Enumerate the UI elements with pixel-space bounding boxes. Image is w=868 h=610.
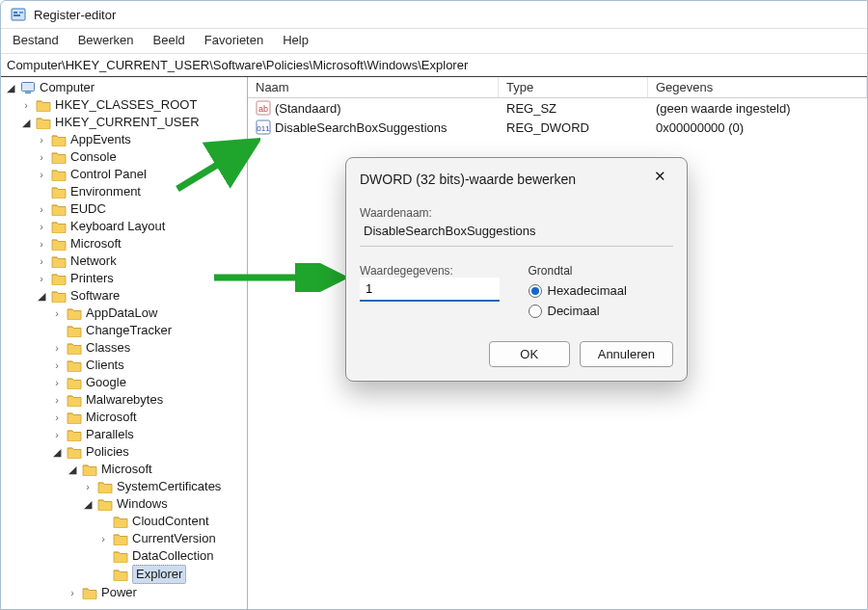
twisty-icon[interactable]: › xyxy=(36,200,47,218)
tree-item[interactable]: ›HKEY_CLASSES_ROOT xyxy=(1,96,247,114)
tree-item[interactable]: ›Microsoft xyxy=(1,235,247,252)
menu-file[interactable]: Bestand xyxy=(13,33,59,47)
menu-edit[interactable]: Bewerken xyxy=(78,33,134,47)
dialog-titlebar[interactable]: DWORD (32 bits)-waarde bewerken ✕ xyxy=(346,158,687,200)
tree-item[interactable]: ›Google xyxy=(1,374,247,391)
regedit-icon xyxy=(11,7,26,22)
twisty-icon[interactable]: › xyxy=(51,305,63,322)
twisty-icon[interactable]: › xyxy=(67,584,78,601)
twisty-icon[interactable]: ◢ xyxy=(67,461,78,478)
twisty-icon[interactable]: ◢ xyxy=(51,443,63,461)
twisty-icon[interactable]: › xyxy=(36,148,47,166)
tree-label: Microsoft xyxy=(70,235,122,252)
twisty-icon[interactable]: › xyxy=(51,426,63,443)
tree-item[interactable]: ›Classes xyxy=(1,339,247,357)
tree-label: Windows xyxy=(117,495,168,513)
tree-label: SystemCertificates xyxy=(117,478,221,495)
twisty-icon[interactable]: › xyxy=(36,218,47,235)
tree-label: Computer xyxy=(40,79,95,96)
address-bar[interactable]: Computer\HKEY_CURRENT_USER\Software\Poli… xyxy=(1,54,867,77)
twisty-icon[interactable]: ◢ xyxy=(20,114,32,131)
twisty-icon[interactable]: › xyxy=(36,166,47,183)
tree-item[interactable]: ›Control Panel xyxy=(1,166,247,183)
tree-item[interactable]: ›Power xyxy=(1,584,247,601)
tree-item[interactable]: ›Console xyxy=(1,148,247,166)
tree-item[interactable]: ◢Software xyxy=(1,287,247,305)
radio-dec-row[interactable]: Decimaal xyxy=(529,304,674,318)
tree-item[interactable]: ›Parallels xyxy=(1,426,247,443)
tree-item[interactable]: ›Microsoft xyxy=(1,409,247,426)
tree-item[interactable]: DataCollection xyxy=(1,547,247,565)
radio-hex[interactable] xyxy=(529,284,542,298)
col-header-name[interactable]: Naam xyxy=(248,77,499,97)
cancel-button[interactable]: Annuleren xyxy=(580,341,673,367)
svg-rect-5 xyxy=(25,93,31,94)
menu-help[interactable]: Help xyxy=(283,33,309,47)
svg-rect-1 xyxy=(14,12,17,13)
col-header-data[interactable]: Gegevens xyxy=(648,77,867,97)
tree-root[interactable]: ◢Computer xyxy=(1,79,247,96)
tree-item[interactable]: Environment xyxy=(1,183,247,200)
tree-label: Control Panel xyxy=(70,166,147,183)
value-name-field: DisableSearchBoxSuggestions xyxy=(360,220,673,247)
tree-view[interactable]: ◢Computer›HKEY_CLASSES_ROOT◢HKEY_CURRENT… xyxy=(1,77,248,609)
twisty-icon[interactable]: › xyxy=(36,131,47,148)
twisty-icon[interactable]: › xyxy=(51,409,63,426)
twisty-icon[interactable]: › xyxy=(51,391,63,409)
tree-label: EUDC xyxy=(70,200,106,218)
twisty-icon[interactable]: › xyxy=(36,270,47,287)
tree-label: Malwarebytes xyxy=(86,391,163,409)
list-body: ab(Standaard)REG_SZ(geen waarde ingestel… xyxy=(248,98,867,137)
twisty-icon[interactable]: ◢ xyxy=(82,495,94,513)
tree-label: CurrentVersion xyxy=(132,530,216,547)
twisty-icon[interactable]: › xyxy=(51,339,63,357)
row-name: (Standaard) xyxy=(275,101,341,116)
radio-dec-label: Decimaal xyxy=(548,304,600,318)
tree-item[interactable]: ◢HKEY_CURRENT_USER xyxy=(1,114,247,131)
tree-item[interactable]: Explorer xyxy=(1,565,247,584)
tree-item[interactable]: ◢Microsoft xyxy=(1,461,247,478)
tree-item[interactable]: ›CurrentVersion xyxy=(1,530,247,547)
tree-item[interactable]: ›Malwarebytes xyxy=(1,391,247,409)
twisty-icon[interactable]: › xyxy=(51,374,63,391)
twisty-icon[interactable]: › xyxy=(51,357,63,374)
twisty-icon[interactable]: › xyxy=(82,478,94,495)
tree-item[interactable]: ›AppEvents xyxy=(1,131,247,148)
list-row[interactable]: 011DisableSearchBoxSuggestionsREG_DWORD0… xyxy=(248,118,867,137)
close-icon[interactable]: ✕ xyxy=(646,168,673,191)
tree-item[interactable]: ›Clients xyxy=(1,357,247,374)
twisty-icon[interactable]: › xyxy=(20,96,32,114)
list-row[interactable]: ab(Standaard)REG_SZ(geen waarde ingestel… xyxy=(248,98,867,118)
tree-item[interactable]: CloudContent xyxy=(1,513,247,530)
ok-button[interactable]: OK xyxy=(489,341,570,367)
tree-label: Console xyxy=(70,148,117,166)
tree-item[interactable]: ›AppDataLow xyxy=(1,305,247,322)
tree-label: AppEvents xyxy=(70,131,131,148)
svg-rect-2 xyxy=(14,14,20,16)
window-title: Register-editor xyxy=(34,8,116,22)
menu-view[interactable]: Beeld xyxy=(153,33,185,47)
tree-item[interactable]: ›Network xyxy=(1,252,247,270)
twisty-icon[interactable]: › xyxy=(36,252,47,270)
row-type: REG_DWORD xyxy=(506,120,589,135)
twisty-icon[interactable]: ◢ xyxy=(36,287,47,305)
menu-favorites[interactable]: Favorieten xyxy=(204,33,263,47)
twisty-icon[interactable]: › xyxy=(97,530,109,547)
value-data-input[interactable] xyxy=(360,278,500,302)
radio-hex-row[interactable]: Hexadecimaal xyxy=(529,283,674,298)
radio-dec[interactable] xyxy=(529,305,542,318)
tree-label: Power xyxy=(101,584,137,601)
tree-item[interactable]: ChangeTracker xyxy=(1,322,247,339)
tree-item[interactable]: ›Keyboard Layout xyxy=(1,218,247,235)
tree-item[interactable]: ›SystemCertificates xyxy=(1,478,247,495)
tree-item[interactable]: ›EUDC xyxy=(1,200,247,218)
twisty-icon[interactable]: › xyxy=(36,235,47,252)
tree-label: Printers xyxy=(70,270,114,287)
tree-label: ChangeTracker xyxy=(86,322,172,339)
tree-item[interactable]: ›Printers xyxy=(1,270,247,287)
tree-label: Microsoft xyxy=(86,409,137,426)
tree-item[interactable]: ◢Policies xyxy=(1,443,247,461)
tree-item[interactable]: ◢Windows xyxy=(1,495,247,513)
twisty-icon[interactable]: ◢ xyxy=(5,79,16,96)
col-header-type[interactable]: Type xyxy=(499,77,648,97)
